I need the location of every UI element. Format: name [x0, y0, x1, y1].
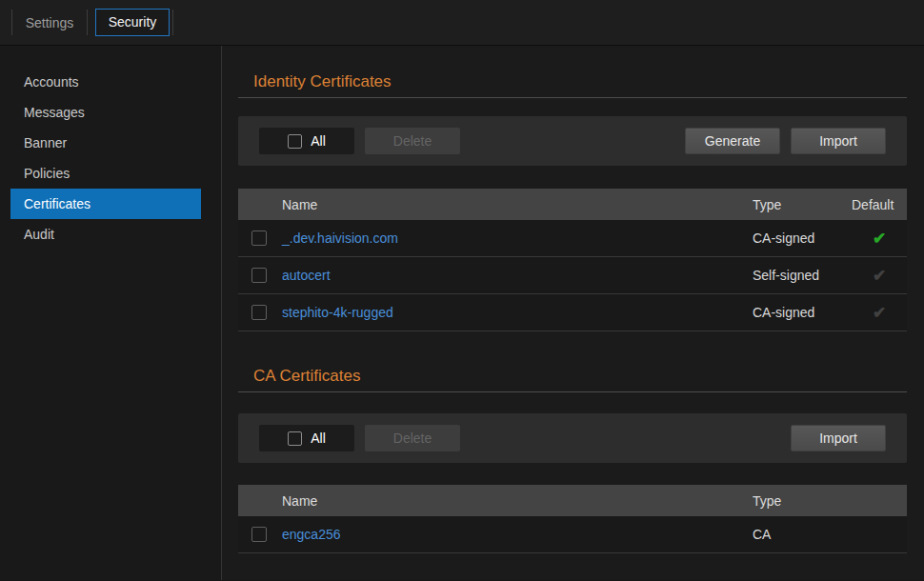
certificates-panel: Identity Certificates All Delete Generat…	[222, 46, 924, 580]
row-checkbox[interactable]	[251, 268, 267, 283]
table-row: engca256 CA	[238, 516, 907, 553]
section-divider	[238, 391, 907, 392]
tab-settings[interactable]: Settings	[12, 15, 87, 30]
import-button[interactable]: Import	[791, 425, 886, 451]
row-checkbox[interactable]	[251, 527, 267, 542]
certificate-type: CA-signed	[753, 305, 852, 320]
top-tab-bar: Settings Security	[0, 0, 924, 46]
column-header-default: Default	[852, 197, 907, 212]
row-checkbox[interactable]	[251, 305, 267, 320]
select-all-checkbox[interactable]	[288, 134, 302, 149]
ca-certificates-table: Name Type engca256 CA	[238, 485, 907, 553]
sidebar-item-certificates[interactable]: Certificates	[10, 189, 201, 219]
table-header: Name Type Default	[238, 189, 907, 220]
sidebar-item-accounts[interactable]: Accounts	[10, 67, 201, 97]
tab-divider	[87, 10, 88, 35]
default-check-icon[interactable]: ✔	[852, 266, 907, 286]
generate-button[interactable]: Generate	[685, 128, 780, 154]
column-header-name: Name	[282, 493, 753, 509]
sidebar-item-banner[interactable]: Banner	[10, 128, 201, 158]
column-header-type: Type	[753, 197, 852, 212]
security-sidebar: Accounts Messages Banner Policies Certif…	[0, 46, 222, 580]
import-button[interactable]: Import	[791, 128, 886, 154]
ca-toolbar: All Delete Import	[238, 413, 907, 463]
table-row: stephito-4k-rugged CA-signed ✔	[238, 294, 907, 331]
tab-divider	[172, 10, 173, 35]
certificate-name-link[interactable]: stephito-4k-rugged	[282, 305, 753, 320]
table-row: autocert Self-signed ✔	[238, 257, 907, 294]
identity-certificates-title: Identity Certificates	[253, 72, 907, 91]
certificate-type: Self-signed	[753, 268, 852, 283]
delete-button[interactable]: Delete	[365, 425, 460, 451]
certificate-name-link[interactable]: engca256	[282, 527, 753, 542]
select-all-button[interactable]: All	[259, 128, 354, 154]
identity-certificates-table: Name Type Default _.dev.haivision.com CA…	[238, 189, 907, 331]
table-header: Name Type	[238, 485, 907, 516]
default-check-icon[interactable]: ✔	[852, 303, 907, 323]
delete-button[interactable]: Delete	[365, 128, 460, 154]
table-row: _.dev.haivision.com CA-signed ✔	[238, 220, 907, 257]
sidebar-item-audit[interactable]: Audit	[10, 219, 201, 250]
select-all-label: All	[311, 431, 326, 446]
select-all-button[interactable]: All	[259, 425, 354, 451]
section-divider	[238, 97, 907, 98]
identity-toolbar: All Delete Generate Import	[238, 116, 907, 166]
certificate-type: CA-signed	[753, 230, 852, 246]
column-header-type: Type	[753, 493, 907, 509]
row-checkbox[interactable]	[251, 230, 267, 246]
sidebar-item-messages[interactable]: Messages	[10, 97, 201, 128]
select-all-checkbox[interactable]	[288, 431, 302, 446]
page-body: Accounts Messages Banner Policies Certif…	[0, 46, 924, 580]
certificate-type: CA	[753, 527, 907, 542]
certificate-name-link[interactable]: _.dev.haivision.com	[282, 230, 753, 246]
sidebar-item-policies[interactable]: Policies	[10, 158, 201, 189]
certificate-name-link[interactable]: autocert	[282, 268, 753, 283]
ca-certificates-title: CA Certificates	[253, 367, 907, 386]
column-header-name: Name	[282, 197, 753, 212]
default-check-icon[interactable]: ✔	[852, 229, 907, 249]
select-all-label: All	[311, 133, 326, 149]
tab-security[interactable]: Security	[95, 9, 170, 36]
